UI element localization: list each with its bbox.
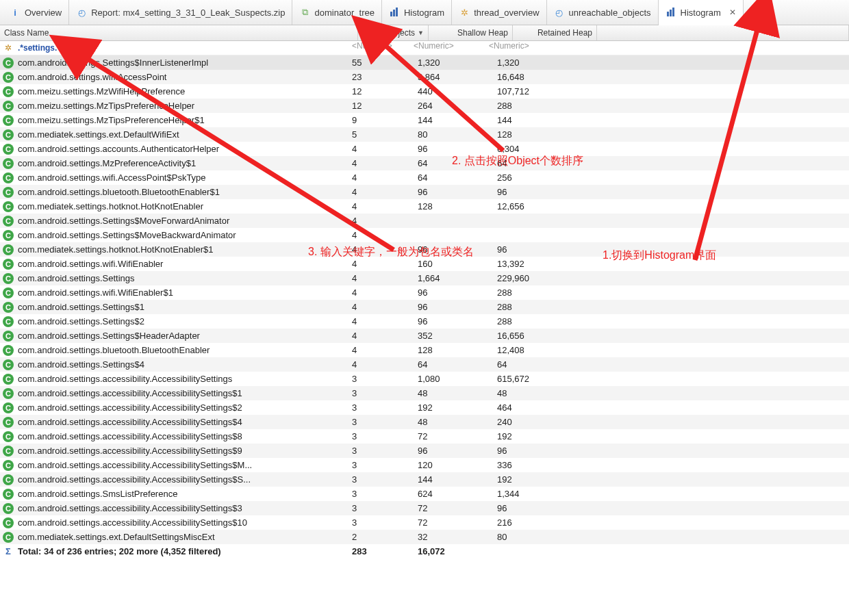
table-row[interactable]: Ccom.android.settings.Settings$1496288 [0,300,849,314]
table-row[interactable]: Ccom.android.settings.Settings$MoveBackw… [0,228,849,242]
class-icon: C [3,216,14,227]
table-row[interactable]: Ccom.android.settings.accessibility.Acce… [0,515,849,530]
table-row[interactable]: Ccom.android.settings.SmsListPreference3… [0,487,849,501]
table-row[interactable]: Ccom.android.settings.Settings$446464 [0,357,849,372]
class-icon: C [3,273,14,284]
objects-cell: 4 [352,230,418,240]
retained-heap-cell: 96 [497,503,576,513]
objects-cell: 23 [352,72,418,82]
table-row[interactable]: Ccom.android.settings.wifi.AccessPoint23… [0,70,849,84]
objects-cell: 2 [352,532,418,542]
retained-heap-cell: 229,960 [497,273,576,283]
objects-cell: 4 [352,144,418,154]
class-name-cell: com.android.settings.accessibility.Acces… [18,388,242,398]
objects-cell: 4 [352,316,418,326]
col-header-shallow-heap[interactable]: Shallow Heap [429,25,513,40]
retained-heap-cell: 107,712 [497,86,576,97]
shallow-heap-cell: 1,080 [418,374,497,384]
class-name-cell: com.android.settings.Settings$2 [18,316,144,326]
tab-overview[interactable]: iOverview [3,0,69,25]
table-row[interactable]: Ccom.android.settings.accounts.Authentic… [0,142,849,156]
table-row[interactable]: Ccom.android.settings.accessibility.Acce… [0,458,849,472]
table-row[interactable]: Ccom.android.settings.accessibility.Acce… [0,415,849,429]
close-icon[interactable]: ✕ [729,8,736,17]
shallow-heap-cell: 96 [418,144,497,154]
table-row[interactable]: Ccom.android.settings.Settings$MoveForwa… [0,214,849,228]
table-row[interactable]: Ccom.android.settings.Settings$InnerList… [0,55,849,70]
table-row[interactable]: Ccom.mediatek.settings.ext.DefaultSettin… [0,530,849,544]
tab-dominator-tree[interactable]: ⧉dominator_tree [292,0,381,25]
table-row[interactable]: Ccom.android.settings.MzPreferenceActivi… [0,156,849,170]
table-row[interactable]: Ccom.meizu.settings.MzTipsPreferenceHelp… [0,99,849,113]
class-name-cell: com.android.settings.Settings$MoveBackwa… [18,230,236,240]
table-row[interactable]: Ccom.meizu.settings.MzTipsPreferenceHelp… [0,113,849,127]
table-row[interactable]: Ccom.android.settings.Settings$2496288 [0,314,849,329]
tab-label: Histogram [404,8,444,18]
objects-cell: 3 [352,402,418,413]
regex-filter-icon: ✲ [3,42,14,53]
tab-label: Histogram [681,8,721,18]
table-row[interactable]: Ccom.android.settings.bluetooth.Bluetoot… [0,185,849,199]
objects-cell: 4 [352,187,418,197]
shallow-heap-cell: 64 [418,158,497,168]
shallow-heap-cell: 72 [418,431,497,441]
tab-histogram[interactable]: Histogram✕ [659,0,744,25]
table-row[interactable]: Ccom.meizu.settings.MzWifiHelpPreference… [0,84,849,99]
class-icon: C [3,532,14,543]
table-row[interactable]: Ccom.android.settings.accessibility.Acce… [0,472,849,487]
table-row[interactable]: Ccom.android.settings.wifi.WifiEnabler41… [0,257,849,271]
tab-histogram[interactable]: Histogram [382,0,452,25]
class-name-cell: com.android.settings.accessibility.Acces… [18,402,242,413]
class-name-cell: com.meizu.settings.MzTipsPreferenceHelpe… [18,101,194,111]
retained-heap-cell: 288 [497,316,576,326]
tab-thread-overview[interactable]: ✲thread_overview [452,0,546,25]
table-row[interactable]: Ccom.android.settings.accessibility.Acce… [0,400,849,415]
table-row[interactable]: Ccom.mediatek.settings.ext.DefaultWifiEx… [0,127,849,142]
table-row[interactable]: Ccom.android.settings.accessibility.Acce… [0,444,849,458]
table-row[interactable]: Ccom.android.settings.wifi.WifiEnabler$1… [0,285,849,300]
col-header-objects[interactable]: Objects ▼ [358,25,429,40]
class-name-cell: com.android.settings.accessibility.Acces… [18,417,242,427]
col-header-classname[interactable]: Class Name [0,25,358,40]
retained-heap-cell: 216 [497,517,576,528]
col-header-retained-heap[interactable]: Retained Heap [513,25,597,40]
class-icon: C [3,402,14,413]
retained-heap-cell: 96 [497,187,576,197]
class-name-cell: com.android.settings.accessibility.Acces… [18,431,242,441]
shallow-heap-cell: 32 [418,532,497,542]
objects-cell: 4 [352,359,418,370]
objects-cell: 3 [352,503,418,513]
class-icon: C [3,144,14,155]
table-row[interactable]: Ccom.android.settings.wifi.AccessPoint$P… [0,170,849,185]
sort-indicator-icon: ▼ [418,29,424,36]
tab-unreachable-objects[interactable]: ◴unreachable_objects [547,0,659,25]
tab-report-mx4-setting-3-31-0-leak-suspects-zip[interactable]: ◴Report: mx4_setting_3_31_0_Leak_Suspect… [69,0,292,25]
numeric-hint-shallow: <Numeric> [414,41,458,51]
class-name-cell: com.android.settings.accessibility.Acces… [18,460,252,470]
objects-cell: 3 [352,388,418,398]
table-row[interactable]: Ccom.android.settings.accessibility.Acce… [0,386,849,400]
table-row[interactable]: Ccom.android.settings.accessibility.Acce… [0,429,849,444]
col-header-objects-label: Objects [387,28,415,38]
svg-rect-1 [393,10,395,16]
shallow-heap-cell: 624 [418,489,497,499]
table-row[interactable]: Ccom.mediatek.settings.hotknot.HotKnotEn… [0,199,849,214]
objects-cell: 4 [352,259,418,269]
objects-cell: 5 [352,129,418,140]
shallow-heap-cell: 1,664 [418,273,497,283]
regex-filter-input[interactable]: .*settings.* [18,43,60,53]
class-name-cell: com.mediatek.settings.hotknot.HotKnotEna… [18,201,203,211]
objects-cell: 4 [352,287,418,298]
table-row[interactable]: Ccom.android.settings.Settings$HeaderAda… [0,329,849,343]
table-row[interactable]: Ccom.mediatek.settings.hotknot.HotKnotEn… [0,242,849,257]
table-row[interactable]: Ccom.android.settings.accessibility.Acce… [0,372,849,386]
table-row[interactable]: Ccom.android.settings.accessibility.Acce… [0,501,849,515]
class-icon: C [3,431,14,442]
retained-heap-cell: 288 [497,302,576,312]
total-shallow-heap: 16,072 [418,546,497,556]
numeric-hint-retained: <Numeric> [489,41,533,51]
table-row[interactable]: Ccom.android.settings.Settings41,664229,… [0,271,849,285]
table-row[interactable]: Ccom.android.settings.bluetooth.Bluetoot… [0,343,849,357]
sigma-icon: Σ [3,546,14,557]
objects-cell: 3 [352,446,418,456]
